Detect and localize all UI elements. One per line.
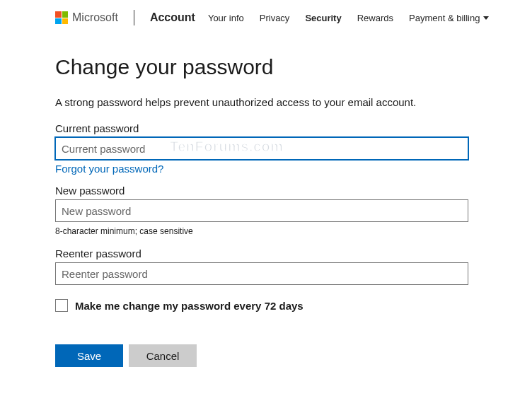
- nav-payment-billing-label: Payment & billing: [409, 13, 480, 23]
- nav-rewards[interactable]: Rewards: [357, 13, 393, 23]
- button-row: Save Cancel: [55, 344, 465, 367]
- current-password-input[interactable]: [55, 137, 468, 160]
- chevron-down-icon: [483, 16, 489, 20]
- microsoft-logo[interactable]: Microsoft: [55, 11, 118, 24]
- current-password-label: Current password: [55, 122, 465, 134]
- nav-payment-billing[interactable]: Payment & billing: [409, 13, 489, 23]
- top-nav: Your info Privacy Security Rewards Payme…: [208, 13, 490, 23]
- divider: [134, 10, 134, 25]
- main-content: Change your password A strong password h…: [0, 35, 520, 367]
- nav-security[interactable]: Security: [305, 13, 341, 23]
- nav-privacy[interactable]: Privacy: [260, 13, 290, 23]
- page-title: Change your password: [55, 55, 465, 79]
- reenter-password-label: Reenter password: [55, 247, 465, 259]
- save-button[interactable]: Save: [55, 344, 123, 367]
- new-password-input[interactable]: [55, 199, 468, 222]
- new-password-label: New password: [55, 185, 465, 197]
- change-every-72-days-row: Make me change my password every 72 days: [55, 299, 465, 312]
- cancel-button[interactable]: Cancel: [129, 344, 197, 367]
- forgot-password-link[interactable]: Forgot your password?: [55, 163, 163, 175]
- page-description: A strong password helps prevent unauthor…: [55, 96, 465, 108]
- change-every-72-days-label: Make me change my password every 72 days: [75, 300, 304, 312]
- current-password-group: Current password Forgot your password?: [55, 122, 465, 175]
- password-hint: 8-character minimum; case sensitive: [55, 226, 465, 236]
- product-name[interactable]: Account: [150, 11, 195, 24]
- microsoft-logo-icon: [55, 11, 68, 24]
- header: Microsoft Account Your info Privacy Secu…: [0, 0, 520, 35]
- brand-text: Microsoft: [72, 11, 118, 24]
- nav-your-info[interactable]: Your info: [208, 13, 244, 23]
- reenter-password-group: Reenter password: [55, 247, 465, 285]
- new-password-group: New password 8-character minimum; case s…: [55, 185, 465, 236]
- reenter-password-input[interactable]: [55, 262, 468, 285]
- change-every-72-days-checkbox[interactable]: [55, 299, 68, 312]
